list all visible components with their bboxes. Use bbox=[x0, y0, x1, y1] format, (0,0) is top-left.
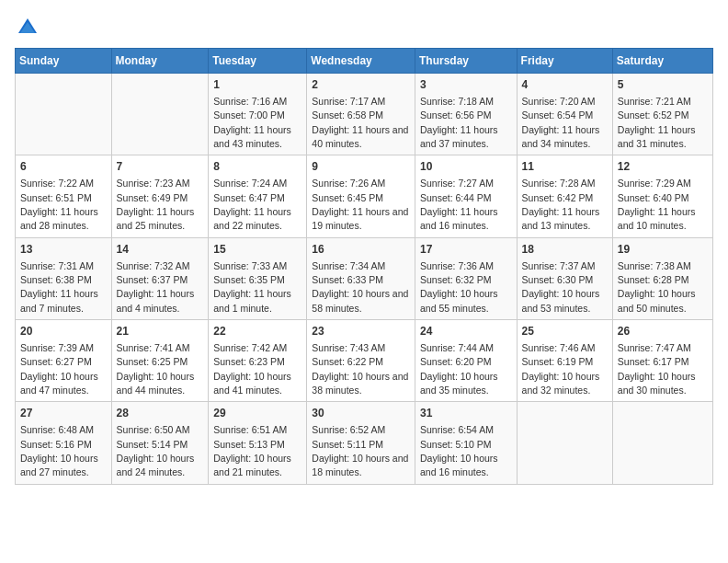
day-number: 3 bbox=[420, 77, 512, 93]
weekday-header-wednesday: Wednesday bbox=[307, 49, 415, 74]
day-sunset: Sunset: 6:17 PM bbox=[618, 356, 689, 367]
calendar-cell: 15Sunrise: 7:33 AMSunset: 6:35 PMDayligh… bbox=[209, 237, 307, 319]
day-number: 20 bbox=[20, 324, 107, 339]
day-sunset: Sunset: 6:30 PM bbox=[522, 274, 594, 285]
day-sunset: Sunset: 5:14 PM bbox=[117, 439, 188, 450]
day-daylight: Daylight: 11 hours and 13 minutes. bbox=[522, 206, 600, 231]
day-daylight: Daylight: 11 hours and 37 minutes. bbox=[420, 124, 498, 149]
day-daylight: Daylight: 10 hours and 50 minutes. bbox=[618, 288, 696, 313]
calendar-cell: 8Sunrise: 7:24 AMSunset: 6:47 PMDaylight… bbox=[209, 155, 307, 237]
day-daylight: Daylight: 10 hours and 30 minutes. bbox=[618, 371, 696, 396]
calendar-week-3: 13Sunrise: 7:31 AMSunset: 6:38 PMDayligh… bbox=[16, 237, 713, 319]
day-daylight: Daylight: 10 hours and 24 minutes. bbox=[117, 453, 195, 477]
day-sunset: Sunset: 5:10 PM bbox=[420, 439, 492, 450]
day-sunset: Sunset: 6:45 PM bbox=[312, 192, 383, 203]
day-sunset: Sunset: 5:13 PM bbox=[213, 439, 285, 450]
calendar-cell: 28Sunrise: 6:50 AMSunset: 5:14 PMDayligh… bbox=[111, 402, 209, 484]
day-sunrise: Sunrise: 6:51 AM bbox=[213, 424, 287, 435]
day-sunrise: Sunrise: 7:23 AM bbox=[117, 178, 190, 189]
calendar-cell: 18Sunrise: 7:37 AMSunset: 6:30 PMDayligh… bbox=[517, 237, 612, 319]
day-number: 27 bbox=[20, 406, 107, 421]
weekday-header-monday: Monday bbox=[111, 49, 209, 74]
weekday-header-friday: Friday bbox=[517, 49, 612, 74]
day-sunrise: Sunrise: 7:47 AM bbox=[618, 342, 691, 353]
calendar-cell bbox=[517, 402, 612, 484]
day-number: 1 bbox=[213, 77, 301, 93]
day-sunset: Sunset: 6:52 PM bbox=[618, 109, 689, 121]
day-number: 31 bbox=[420, 406, 512, 421]
day-number: 13 bbox=[20, 242, 107, 258]
weekday-header-tuesday: Tuesday bbox=[209, 49, 307, 74]
day-sunrise: Sunrise: 7:21 AM bbox=[618, 96, 691, 107]
day-daylight: Daylight: 11 hours and 25 minutes. bbox=[117, 206, 195, 231]
calendar-cell: 25Sunrise: 7:46 AMSunset: 6:19 PMDayligh… bbox=[517, 320, 612, 402]
day-sunrise: Sunrise: 7:33 AM bbox=[213, 260, 287, 271]
day-daylight: Daylight: 10 hours and 27 minutes. bbox=[20, 453, 98, 477]
calendar-cell: 14Sunrise: 7:32 AMSunset: 6:37 PMDayligh… bbox=[111, 237, 209, 319]
day-number: 9 bbox=[312, 159, 410, 175]
day-number: 17 bbox=[420, 242, 512, 258]
calendar-body: 1Sunrise: 7:16 AMSunset: 7:00 PMDaylight… bbox=[16, 74, 713, 485]
day-sunset: Sunset: 6:25 PM bbox=[117, 356, 188, 367]
day-sunset: Sunset: 6:28 PM bbox=[618, 274, 689, 285]
day-sunrise: Sunrise: 7:26 AM bbox=[312, 178, 385, 189]
day-daylight: Daylight: 11 hours and 28 minutes. bbox=[20, 206, 98, 231]
calendar-cell: 2Sunrise: 7:17 AMSunset: 6:58 PMDaylight… bbox=[307, 74, 415, 155]
day-number: 25 bbox=[522, 324, 608, 339]
day-number: 26 bbox=[618, 324, 708, 339]
day-number: 2 bbox=[312, 77, 410, 93]
day-sunset: Sunset: 6:35 PM bbox=[213, 274, 285, 285]
day-daylight: Daylight: 11 hours and 34 minutes. bbox=[522, 124, 600, 149]
calendar-week-2: 6Sunrise: 7:22 AMSunset: 6:51 PMDaylight… bbox=[16, 155, 713, 237]
day-sunrise: Sunrise: 6:54 AM bbox=[420, 424, 494, 435]
day-number: 18 bbox=[522, 242, 608, 258]
day-sunrise: Sunrise: 7:38 AM bbox=[618, 260, 691, 271]
day-sunrise: Sunrise: 7:36 AM bbox=[420, 260, 494, 271]
day-daylight: Daylight: 10 hours and 53 minutes. bbox=[522, 288, 600, 313]
calendar-cell: 3Sunrise: 7:18 AMSunset: 6:56 PMDaylight… bbox=[415, 74, 517, 155]
day-sunset: Sunset: 6:42 PM bbox=[522, 192, 594, 203]
day-sunset: Sunset: 6:22 PM bbox=[312, 356, 383, 367]
day-daylight: Daylight: 11 hours and 22 minutes. bbox=[213, 206, 291, 231]
day-daylight: Daylight: 11 hours and 16 minutes. bbox=[420, 206, 498, 231]
day-sunrise: Sunrise: 7:44 AM bbox=[420, 342, 494, 353]
calendar-cell: 4Sunrise: 7:20 AMSunset: 6:54 PMDaylight… bbox=[517, 74, 612, 155]
day-sunset: Sunset: 6:44 PM bbox=[420, 192, 492, 203]
day-daylight: Daylight: 10 hours and 35 minutes. bbox=[420, 371, 498, 396]
day-sunset: Sunset: 6:23 PM bbox=[213, 356, 285, 367]
weekday-header-row: SundayMondayTuesdayWednesdayThursdayFrid… bbox=[16, 49, 713, 74]
calendar-cell: 7Sunrise: 7:23 AMSunset: 6:49 PMDaylight… bbox=[111, 155, 209, 237]
day-daylight: Daylight: 10 hours and 18 minutes. bbox=[312, 453, 408, 477]
calendar-cell: 11Sunrise: 7:28 AMSunset: 6:42 PMDayligh… bbox=[517, 155, 612, 237]
day-sunset: Sunset: 6:58 PM bbox=[312, 109, 383, 121]
calendar-cell: 24Sunrise: 7:44 AMSunset: 6:20 PMDayligh… bbox=[415, 320, 517, 402]
day-sunrise: Sunrise: 7:27 AM bbox=[420, 178, 494, 189]
calendar-cell: 6Sunrise: 7:22 AMSunset: 6:51 PMDaylight… bbox=[16, 155, 112, 237]
day-sunset: Sunset: 6:27 PM bbox=[20, 356, 92, 367]
day-sunrise: Sunrise: 7:28 AM bbox=[522, 178, 596, 189]
day-sunset: Sunset: 7:00 PM bbox=[213, 109, 285, 121]
calendar-cell: 5Sunrise: 7:21 AMSunset: 6:52 PMDaylight… bbox=[612, 74, 712, 155]
day-daylight: Daylight: 10 hours and 58 minutes. bbox=[312, 288, 408, 313]
day-daylight: Daylight: 11 hours and 19 minutes. bbox=[312, 206, 408, 231]
day-sunrise: Sunrise: 7:18 AM bbox=[420, 96, 494, 107]
day-number: 16 bbox=[312, 242, 410, 258]
day-daylight: Daylight: 10 hours and 38 minutes. bbox=[312, 371, 408, 396]
day-daylight: Daylight: 11 hours and 7 minutes. bbox=[20, 288, 98, 313]
day-sunrise: Sunrise: 7:24 AM bbox=[213, 178, 287, 189]
day-sunrise: Sunrise: 7:43 AM bbox=[312, 342, 385, 353]
day-sunset: Sunset: 6:49 PM bbox=[117, 192, 188, 203]
day-sunrise: Sunrise: 7:46 AM bbox=[522, 342, 596, 353]
day-sunrise: Sunrise: 7:16 AM bbox=[213, 96, 287, 107]
calendar-cell: 12Sunrise: 7:29 AMSunset: 6:40 PMDayligh… bbox=[612, 155, 712, 237]
day-daylight: Daylight: 10 hours and 55 minutes. bbox=[420, 288, 498, 313]
day-sunrise: Sunrise: 6:48 AM bbox=[20, 424, 94, 435]
day-daylight: Daylight: 11 hours and 40 minutes. bbox=[312, 124, 408, 149]
day-sunset: Sunset: 6:40 PM bbox=[618, 192, 689, 203]
day-number: 29 bbox=[213, 406, 301, 421]
day-sunrise: Sunrise: 7:42 AM bbox=[213, 342, 287, 353]
day-sunrise: Sunrise: 7:32 AM bbox=[117, 260, 190, 271]
calendar-cell: 16Sunrise: 7:34 AMSunset: 6:33 PMDayligh… bbox=[307, 237, 415, 319]
calendar-week-4: 20Sunrise: 7:39 AMSunset: 6:27 PMDayligh… bbox=[16, 320, 713, 402]
logo bbox=[15, 15, 44, 40]
